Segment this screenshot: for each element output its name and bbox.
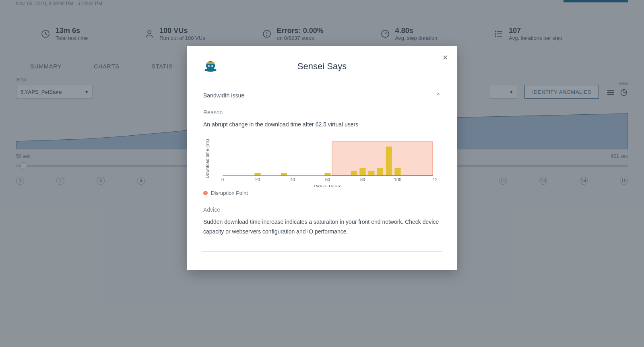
dashboard-page: Nov. 05, 2019, 4:59:39 PM - 5:13:42 PM 1… <box>0 0 644 347</box>
close-icon[interactable]: ✕ <box>442 54 448 62</box>
svg-text:60: 60 <box>325 177 330 182</box>
svg-rect-21 <box>254 173 260 176</box>
issue-title: Bandwidth issue <box>203 92 244 99</box>
svg-rect-17 <box>206 62 215 64</box>
svg-text:40: 40 <box>290 177 295 182</box>
legend-label: Disruption Point <box>211 190 248 196</box>
svg-rect-26 <box>368 171 374 176</box>
issue-section-header[interactable]: Bandwidth issue ⌃ <box>202 92 442 99</box>
sensei-logo-icon <box>202 58 219 75</box>
svg-rect-29 <box>394 168 400 176</box>
svg-point-19 <box>211 65 213 67</box>
svg-rect-27 <box>377 168 383 176</box>
chart-legend: Disruption Point <box>202 190 442 196</box>
svg-point-16 <box>204 68 217 72</box>
divider <box>202 251 442 252</box>
sensei-modal: ✕ Sensei Says Bandwidth issue ⌃ Reason A… <box>187 46 457 270</box>
svg-text:Download time (ms): Download time (ms) <box>205 139 210 178</box>
svg-text:Virtual Users: Virtual Users <box>314 184 341 187</box>
svg-rect-23 <box>324 173 330 176</box>
svg-rect-22 <box>281 173 287 176</box>
svg-text:20: 20 <box>255 177 260 182</box>
modal-title: Sensei Says <box>227 61 417 72</box>
disruption-chart: 02040608010012Virtual UsersDownload time… <box>202 138 442 188</box>
reason-text: An abrupt change in the download time af… <box>202 120 442 130</box>
svg-text:12: 12 <box>433 177 437 182</box>
svg-text:100: 100 <box>394 177 401 182</box>
svg-rect-25 <box>359 168 365 176</box>
svg-rect-28 <box>386 147 392 176</box>
svg-rect-24 <box>351 171 357 176</box>
chevron-up-icon: ⌃ <box>436 92 441 99</box>
svg-text:0: 0 <box>221 177 224 182</box>
reason-label: Reason <box>202 109 442 116</box>
legend-dot-icon <box>203 191 208 195</box>
modal-overlay[interactable]: ✕ Sensei Says Bandwidth issue ⌃ Reason A… <box>0 0 644 347</box>
svg-point-18 <box>208 65 210 67</box>
advice-label: Advice <box>202 207 442 213</box>
svg-text:80: 80 <box>360 177 365 182</box>
advice-text: Sudden download time increase indicates … <box>202 217 442 237</box>
